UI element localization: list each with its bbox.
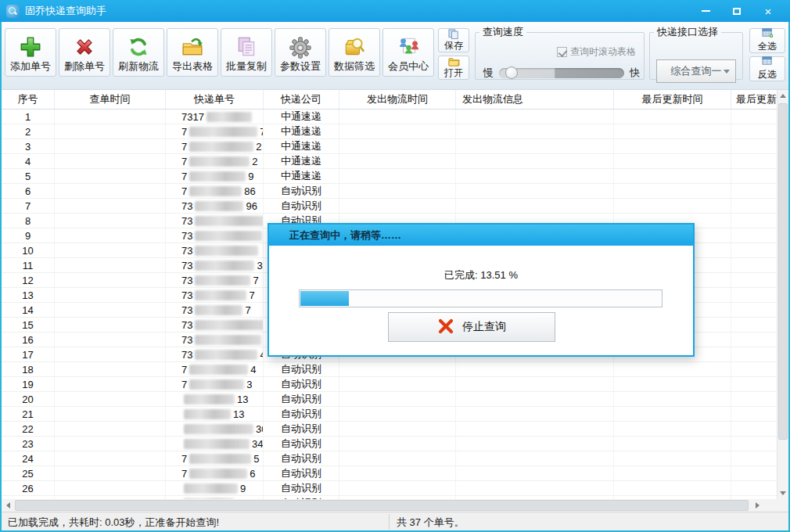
- horizontal-scroll-thumb[interactable]: [15, 500, 749, 511]
- scroll-down-arrow-icon[interactable]: [777, 487, 788, 499]
- query-time-cell: [55, 451, 166, 466]
- row-index-cell: 11: [2, 258, 55, 272]
- app-logo-icon: [6, 5, 20, 18]
- data-filter-label: 数据筛选: [334, 60, 375, 73]
- sent-info-cell: [456, 466, 614, 480]
- table-row[interactable]: 21 13 自动识别: [2, 407, 777, 422]
- table-row[interactable]: 5 7 9 中通速递: [2, 169, 777, 184]
- save-button[interactable]: 保存: [438, 28, 469, 52]
- row-index-cell: 12: [2, 273, 55, 287]
- scroll-table-checkbox-row[interactable]: 查询时滚动表格: [557, 45, 636, 59]
- blurred-tracking-number: [189, 379, 244, 390]
- table-row[interactable]: 19 7 3 自动识别: [2, 377, 777, 392]
- query-time-cell: [55, 288, 166, 302]
- dialog-title-bar: 正在查询中，请稍等……: [269, 225, 693, 246]
- settings-button[interactable]: 参数设置: [275, 28, 326, 77]
- vertical-scroll-thumb[interactable]: [778, 103, 788, 440]
- dialog-title-text: 正在查询中，请稍等……: [289, 228, 401, 243]
- export-table-icon: [181, 34, 204, 60]
- settings-gear-icon: [289, 34, 312, 60]
- stop-query-button[interactable]: 停止查询: [388, 312, 555, 342]
- member-center-button[interactable]: 会员中心: [382, 28, 434, 77]
- table-row[interactable]: 7 73 96 自动识别: [2, 199, 777, 214]
- blurred-tracking-number: [189, 171, 246, 182]
- table-row[interactable]: 23 34 自动识别: [2, 437, 777, 451]
- col-header-sent-info[interactable]: 发出物流信息: [456, 90, 614, 109]
- scroll-table-checkbox[interactable]: [557, 47, 567, 57]
- progress-fill: [300, 291, 349, 306]
- row-index-cell: 17: [2, 347, 55, 361]
- table-row[interactable]: 1 7317 中通速递: [2, 110, 777, 124]
- sent-time-cell: [339, 184, 456, 198]
- refresh-logistics-button[interactable]: 刷新物流: [113, 28, 164, 77]
- horizontal-scrollbar[interactable]: [2, 499, 777, 512]
- speed-slider[interactable]: [499, 68, 624, 78]
- company-cell: 自动识别: [264, 377, 339, 391]
- table-row[interactable]: 20 13 自动识别: [2, 392, 777, 407]
- query-progress-dialog: 正在查询中，请稍等…… 已完成: 13.51 % 停止查询: [268, 223, 695, 357]
- member-center-label: 会员中心: [388, 60, 429, 73]
- tracking-prefix: 7: [181, 185, 187, 197]
- scroll-left-arrow-icon[interactable]: [2, 499, 14, 512]
- batch-copy-button[interactable]: 批量复制: [221, 28, 272, 77]
- row-index-cell: 10: [2, 243, 55, 257]
- invert-select-label: 反选: [758, 68, 777, 81]
- data-filter-button[interactable]: 数据筛选: [329, 28, 380, 77]
- title-bar: 固乔快递查询助手 ×: [0, 0, 790, 22]
- updated-time-cell: [614, 139, 731, 153]
- vertical-scrollbar[interactable]: [777, 90, 788, 499]
- table-row[interactable]: 4 7 2 中通速递: [2, 154, 777, 169]
- table-row[interactable]: 3 7 2 中通速递: [2, 139, 777, 154]
- tracking-number-cell: 7317: [166, 110, 264, 124]
- scroll-up-arrow-icon[interactable]: [777, 90, 788, 102]
- updated-time-cell: [614, 437, 731, 451]
- query-time-cell: [55, 437, 166, 451]
- col-header-tracking-no[interactable]: 快递单号: [166, 90, 264, 109]
- delete-order-button[interactable]: 删除单号: [59, 28, 110, 77]
- blurred-tracking-number: [195, 261, 254, 271]
- col-header-last-update[interactable]: 最后更新: [731, 90, 777, 109]
- invert-select-button[interactable]: 反选: [749, 56, 785, 81]
- export-table-button[interactable]: 导出表格: [167, 28, 218, 77]
- col-header-query-time[interactable]: 查单时间: [55, 90, 166, 109]
- tracking-suffix: 30: [256, 423, 264, 435]
- open-button[interactable]: 打开: [438, 56, 469, 80]
- table-row[interactable]: 6 7 86 自动识别: [2, 184, 777, 199]
- window-title: 固乔快递查询助手: [25, 4, 106, 18]
- scroll-right-arrow-icon[interactable]: [751, 499, 763, 512]
- company-cell: 中通速递: [264, 124, 339, 138]
- col-header-company[interactable]: 快递公司: [264, 90, 339, 109]
- api-select[interactable]: 综合查询一: [656, 59, 736, 83]
- table-row[interactable]: 25 7 6 自动识别: [2, 466, 777, 481]
- table-row[interactable]: 24 7 5 自动识别: [2, 451, 777, 466]
- add-order-button[interactable]: 添加单号: [5, 28, 56, 77]
- close-button[interactable]: ×: [757, 2, 779, 20]
- col-header-index[interactable]: 序号: [2, 90, 55, 109]
- sent-time-cell: [339, 154, 456, 168]
- table-row[interactable]: 22 30 自动识别: [2, 422, 777, 437]
- tracking-number-cell: 73 8: [166, 332, 264, 347]
- select-all-button[interactable]: 全选: [749, 28, 785, 53]
- invert-select-icon: [762, 56, 774, 68]
- speed-slider-thumb[interactable]: [505, 66, 518, 79]
- table-row[interactable]: 26 9 自动识别: [2, 481, 777, 496]
- updated-time-cell: [614, 124, 731, 138]
- table-row[interactable]: 2 7 70 中通速递: [2, 124, 777, 139]
- app-window: 固乔快递查询助手 × 添加单号 删除单号: [0, 0, 790, 532]
- company-cell: 自动识别: [264, 362, 339, 376]
- blurred-tracking-number: [195, 275, 250, 286]
- last-update-cell: [731, 481, 777, 495]
- company-cell: 自动识别: [264, 392, 339, 406]
- updated-time-cell: [614, 392, 731, 406]
- table-row[interactable]: 18 7 4 自动识别: [2, 362, 777, 377]
- batch-copy-icon: [235, 34, 258, 60]
- sent-info-cell: [456, 437, 614, 451]
- maximize-button[interactable]: [726, 2, 748, 20]
- blurred-tracking-number: [189, 365, 248, 375]
- col-header-sent-time[interactable]: 发出物流时间: [339, 90, 456, 109]
- col-header-updated-time[interactable]: 最后更新时间: [614, 90, 731, 109]
- blurred-tracking-number: [184, 439, 250, 449]
- sent-time-cell: [339, 451, 456, 466]
- updated-time-cell: [614, 154, 731, 168]
- minimize-button[interactable]: [695, 2, 716, 20]
